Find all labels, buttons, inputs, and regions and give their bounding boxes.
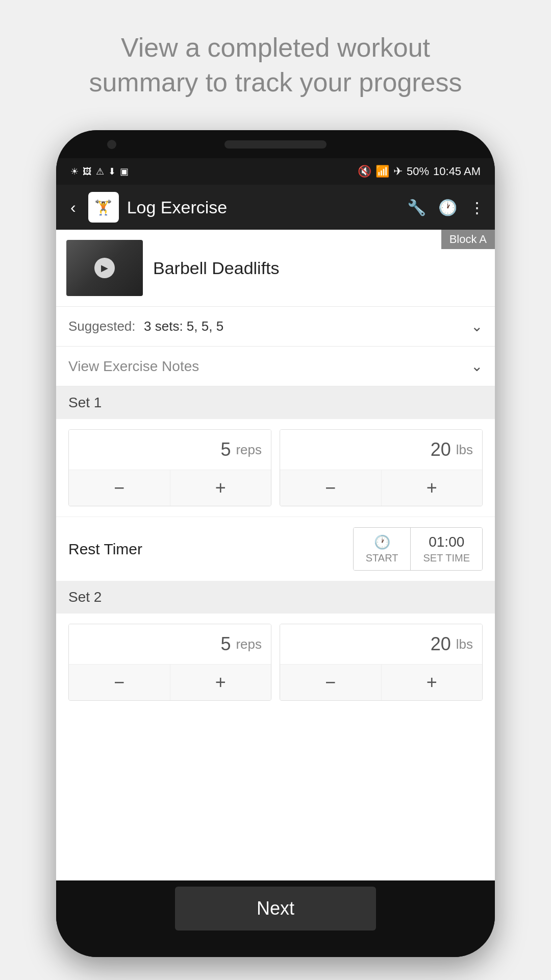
status-icon-download: ⬇ [108,166,116,177]
tagline: View a completed workout summary to trac… [58,31,492,100]
set1-reps-controls: − + [69,470,271,506]
set2-weight-minus-button[interactable]: − [280,665,382,700]
status-wifi-icon: 📶 [375,165,389,178]
timer-clock-icon: 🕐 [374,534,390,550]
set1-weight-display: 20 lbs [280,430,482,470]
exercise-name: Barbell Deadlifts [153,258,280,278]
set2-weight-controls: − + [280,665,482,700]
tagline-line1: View a completed workout [121,33,430,62]
set1-reps-value: 5 [220,439,231,460]
set2-reps-value: 5 [220,633,231,655]
bottom-bar: Next [56,880,495,937]
suggested-value: 3 sets: 5, 5, 5 [144,318,223,334]
suggested-row[interactable]: Suggested: 3 sets: 5, 5, 5 ⌄ [56,307,495,347]
set2-reps-minus-button[interactable]: − [69,665,170,700]
status-icon-sun: ☀ [70,166,79,177]
set1-weight-minus-button[interactable]: − [280,470,382,506]
status-mute-icon: 🔇 [358,165,371,178]
set1-reps-group: 5 reps − + [68,429,271,506]
set2-inputs: 5 reps − + 20 lbs − + [56,614,495,711]
set2-label: Set 2 [68,589,102,605]
set1-inputs: 5 reps − + 20 lbs − + [56,419,495,517]
phone-bottom [56,937,495,957]
set1-reps-plus-button[interactable]: + [170,470,271,506]
status-battery-text: 50% [407,165,429,178]
notes-chevron-icon: ⌄ [471,358,483,375]
rest-timer-row: Rest Timer 🕐 START 01:00 SET TIME [56,517,495,581]
main-content: Block A ▶ Barbell Deadlifts Suggested: 3… [56,230,495,880]
phone-speaker [224,140,327,149]
play-button-icon[interactable]: ▶ [94,258,115,278]
set2-weight-value: 20 [431,633,451,655]
set1-weight-plus-button[interactable]: + [382,470,483,506]
status-icon-nfc: ▣ [120,166,129,177]
header-icons: 🔧 🕐 ⋮ [407,199,485,216]
history-icon[interactable]: 🕐 [438,199,457,216]
set2-reps-group: 5 reps − + [68,624,271,701]
status-right: 🔇 📶 ✈ 50% 10:45 AM [358,165,481,178]
next-button[interactable]: Next [175,887,376,930]
set2-weight-unit: lbs [456,636,473,652]
app-title: Log Exercise [127,198,399,217]
rest-timer-label: Rest Timer [68,541,142,558]
phone-top [56,130,495,158]
front-camera [107,140,116,149]
suggested-label-text: Suggested: [68,318,136,334]
exercise-thumbnail[interactable]: ▶ [66,240,143,296]
set1-weight-controls: − + [280,470,482,506]
set2-weight-group: 20 lbs − + [280,624,483,701]
more-options-icon[interactable]: ⋮ [469,199,485,216]
set2-reps-controls: − + [69,665,271,700]
notes-row[interactable]: View Exercise Notes ⌄ [56,347,495,386]
back-button[interactable]: ‹ [66,194,80,221]
timer-set-text: SET TIME [423,552,470,564]
phone-frame: ☀ 🖼 ⚠ ⬇ ▣ 🔇 📶 ✈ 50% 10:45 AM ‹ 🏋 Log Exe… [56,130,495,957]
suggested-label: Suggested: 3 sets: 5, 5, 5 [68,318,223,334]
wrench-icon[interactable]: 🔧 [407,199,426,216]
set1-header: Set 1 [56,386,495,419]
set1-label: Set 1 [68,395,102,410]
set2-weight-display: 20 lbs [280,624,482,665]
set2-reps-display: 5 reps [69,624,271,665]
set1-reps-unit: reps [236,442,262,458]
set1-reps-display: 5 reps [69,430,271,470]
status-bar: ☀ 🖼 ⚠ ⬇ ▣ 🔇 📶 ✈ 50% 10:45 AM [56,158,495,185]
timer-start-button[interactable]: 🕐 START [354,528,411,570]
set2-reps-plus-button[interactable]: + [170,665,271,700]
timer-set-button[interactable]: 01:00 SET TIME [411,528,482,570]
timer-start-text: START [366,552,398,564]
set2-weight-plus-button[interactable]: + [382,665,483,700]
set2-header: Set 2 [56,581,495,614]
set1-weight-group: 20 lbs − + [280,429,483,506]
set1-weight-value: 20 [431,439,451,460]
tagline-line2: summary to track your progress [89,67,462,97]
timer-time-value: 01:00 [429,534,464,550]
status-icon-image: 🖼 [83,166,92,177]
app-logo: 🏋 [88,192,119,223]
exercise-header: Block A ▶ Barbell Deadlifts [56,230,495,307]
status-icons-left: ☀ 🖼 ⚠ ⬇ ▣ [70,166,129,177]
set1-weight-unit: lbs [456,442,473,458]
block-badge: Block A [441,230,495,249]
timer-controls: 🕐 START 01:00 SET TIME [353,527,483,571]
notes-label: View Exercise Notes [68,358,199,375]
status-time: 10:45 AM [433,165,481,178]
set1-reps-minus-button[interactable]: − [69,470,170,506]
suggested-chevron-icon: ⌄ [471,318,483,335]
status-airplane-icon: ✈ [393,165,403,178]
set2-reps-unit: reps [236,636,262,652]
status-icon-warning: ⚠ [96,166,104,177]
app-header: ‹ 🏋 Log Exercise 🔧 🕐 ⋮ [56,185,495,230]
